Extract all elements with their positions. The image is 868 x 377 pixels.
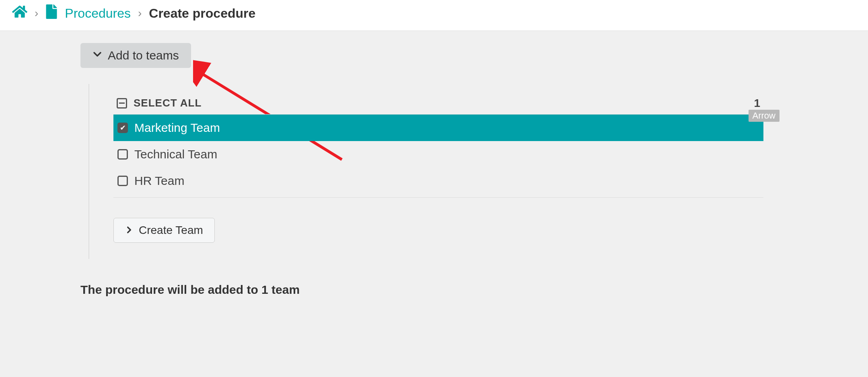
main-content: Add to teams SELECT ALL 1 Arrow ✔ Market… <box>0 31 868 297</box>
select-all-label: SELECT ALL <box>134 97 202 109</box>
team-label: Technical Team <box>134 148 217 161</box>
chevron-down-icon <box>93 49 102 62</box>
chevron-right-icon <box>125 224 133 237</box>
add-to-teams-toggle[interactable]: Add to teams <box>80 43 191 68</box>
breadcrumb-procedures-link[interactable]: Procedures <box>65 6 131 21</box>
breadcrumb: › Procedures › Create procedure <box>0 0 868 31</box>
team-label: HR Team <box>134 174 184 188</box>
add-to-teams-label: Add to teams <box>108 49 179 62</box>
checkbox-unchecked[interactable]: ✔ <box>117 176 128 186</box>
selected-count: 1 <box>754 97 760 110</box>
checkbox-unchecked[interactable]: ✔ <box>117 149 128 160</box>
minus-icon <box>119 102 125 104</box>
checkbox-checked[interactable]: ✔ <box>117 123 128 133</box>
chevron-right-icon: › <box>35 7 38 20</box>
select-all-row[interactable]: SELECT ALL 1 Arrow <box>113 92 763 115</box>
summary-text: The procedure will be added to 1 team <box>80 283 788 297</box>
file-icon <box>45 4 58 22</box>
team-row-hr[interactable]: ✔ HR Team <box>113 168 763 194</box>
chevron-right-icon: › <box>138 7 142 20</box>
team-label: Marketing Team <box>134 121 220 135</box>
teams-panel: SELECT ALL 1 Arrow ✔ Marketing Team ✔ Te… <box>88 84 788 259</box>
arrow-tooltip: Arrow <box>749 110 780 122</box>
team-list: ✔ Marketing Team ✔ Technical Team ✔ HR T… <box>113 115 763 198</box>
create-team-button[interactable]: Create Team <box>113 218 215 243</box>
team-row-marketing[interactable]: ✔ Marketing Team <box>113 115 763 141</box>
breadcrumb-current: Create procedure <box>149 6 255 21</box>
check-icon: ✔ <box>120 123 126 132</box>
team-row-technical[interactable]: ✔ Technical Team <box>113 141 763 168</box>
select-all-checkbox-indeterminate[interactable] <box>117 98 127 109</box>
home-icon[interactable] <box>12 4 27 23</box>
create-team-label: Create Team <box>139 224 203 237</box>
